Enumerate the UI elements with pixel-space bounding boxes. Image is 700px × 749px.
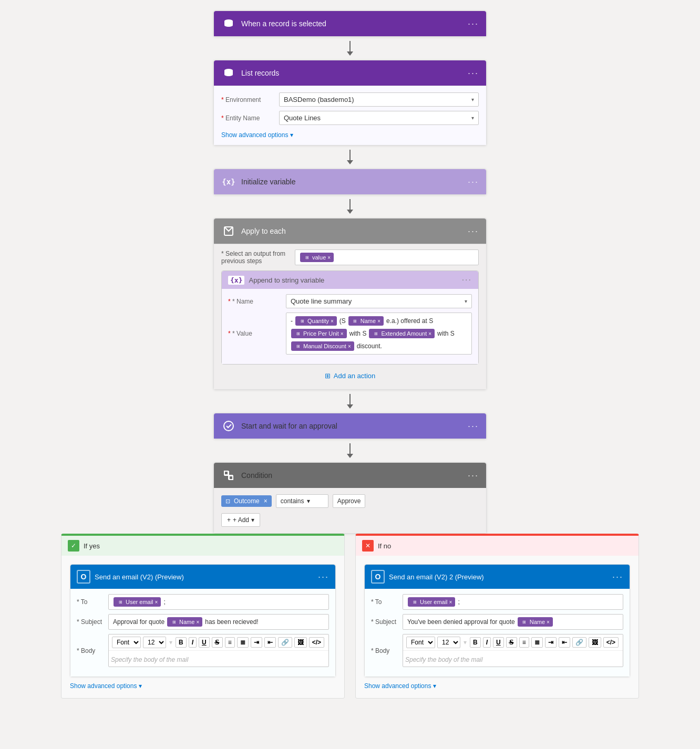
yes-toolbar: Font 12 ▾ B I U S̶	[109, 634, 328, 651]
name-tag: ⊞ Name ×	[348, 316, 384, 326]
yes-font-select[interactable]: Font	[112, 637, 141, 648]
yes-to-label: * To	[77, 598, 108, 606]
if-no-panel: ✕ If no O Send an email (V2) 2 (Preview)…	[355, 534, 639, 699]
list-records-header: List records ···	[214, 60, 486, 86]
operator-dropdown[interactable]: contains ▾	[276, 494, 328, 508]
trigger-icon	[221, 16, 236, 31]
no-img-btn[interactable]: 🖼	[589, 637, 601, 648]
svg-rect-5	[229, 476, 233, 480]
yes-body-placeholder[interactable]: Specify the body of the mail	[109, 653, 328, 667]
no-strikethrough-btn[interactable]: S̶	[506, 637, 517, 648]
svg-rect-4	[224, 471, 228, 475]
yes-to-value[interactable]: ⊞ User email × ;	[108, 594, 329, 610]
yes-email-dots[interactable]: ···	[318, 571, 329, 582]
select-output-label: * Select an output from previous steps	[221, 250, 295, 265]
no-ul-btn[interactable]: ≡	[519, 637, 529, 648]
outcome-tag-remove[interactable]: ×	[264, 497, 267, 505]
no-size-select[interactable]: 12	[437, 637, 460, 648]
init-var-dots[interactable]: ···	[468, 176, 479, 188]
condition-value[interactable]: Approve	[333, 494, 366, 508]
condition-title: Condition	[241, 471, 468, 480]
no-link-btn[interactable]: 🔗	[572, 637, 586, 648]
list-records-dots[interactable]: ···	[468, 68, 479, 79]
name-dropdown[interactable]: Quote line summary ▾	[286, 294, 472, 308]
nested-dots[interactable]: ···	[462, 275, 472, 285]
environment-value[interactable]: BASDemo (basdemo1) ▾	[279, 92, 479, 107]
no-email-title: Send an email (V2) 2 (Preview)	[389, 573, 612, 581]
trigger-header: When a record is selected ···	[214, 11, 486, 36]
trigger-dots[interactable]: ···	[468, 18, 479, 29]
no-bold-btn[interactable]: B	[470, 637, 481, 648]
yes-show-advanced[interactable]: Show advanced options ▾	[70, 682, 142, 690]
yes-code-btn[interactable]: </>	[309, 637, 324, 648]
no-outlook-icon: O	[371, 570, 385, 584]
yes-bold-btn[interactable]: B	[176, 637, 187, 648]
yes-indent-btn[interactable]: ⇥	[251, 637, 262, 648]
no-font-select[interactable]: Font	[406, 637, 435, 648]
if-yes-header: ✓ If yes	[61, 536, 344, 556]
no-indent-btn[interactable]: ⇥	[545, 637, 557, 648]
yes-user-email-tag: ⊞ User email ×	[114, 597, 161, 607]
add-action-btn[interactable]: ⊞ Add an action	[221, 365, 479, 384]
yes-email-title: Send an email (V2) (Preview)	[95, 573, 318, 581]
yes-underline-btn[interactable]: U	[199, 637, 210, 648]
approval-card: Start and wait for an approval ···	[213, 413, 487, 439]
name-dropdown-icon: ▾	[465, 298, 467, 304]
yes-email-body: * To ⊞ User email × ; * Su	[70, 589, 335, 677]
no-icon: ✕	[362, 540, 374, 552]
condition-dots[interactable]: ···	[468, 470, 479, 481]
value-tag-input[interactable]: ⊞ value ×	[295, 249, 479, 265]
yes-body-label: * Body	[77, 647, 108, 654]
yes-strikethrough-btn[interactable]: S̶	[212, 637, 223, 648]
yes-chevron-icon: ▾	[139, 682, 142, 690]
nested-card-header: {x} Append to string variable ···	[222, 271, 478, 289]
add-action-icon: ⊞	[325, 372, 331, 380]
no-to-row: * To ⊞ User email × ;	[371, 594, 623, 610]
yes-italic-btn[interactable]: I	[189, 637, 197, 648]
no-outdent-btn[interactable]: ⇤	[559, 637, 570, 648]
no-to-value[interactable]: ⊞ User email × ;	[403, 594, 623, 610]
yes-email-card: O Send an email (V2) (Preview) ··· * To …	[70, 564, 336, 677]
apply-each-dots[interactable]: ···	[468, 226, 479, 237]
bottom-panels: ✓ If yes O Send an email (V2) (Preview) …	[61, 534, 639, 699]
no-body-placeholder[interactable]: Specify the body of the mail	[403, 653, 623, 667]
list-records-card: List records ··· Environment BASDemo (ba…	[213, 60, 487, 145]
no-subject-label: * Subject	[371, 618, 403, 626]
yes-ol-btn[interactable]: ≣	[237, 637, 249, 648]
list-records-icon	[221, 66, 236, 80]
extended-tag: ⊞ Extended Amount ×	[369, 329, 435, 338]
value-tag-remove[interactable]: ×	[327, 255, 331, 261]
condition-header: Condition ···	[214, 463, 486, 488]
no-ol-btn[interactable]: ≣	[531, 637, 543, 648]
add-condition-btn[interactable]: + + Add ▾	[221, 513, 260, 527]
list-records-body: Environment BASDemo (basdemo1) ▾ Entity …	[214, 86, 486, 145]
yes-outdent-btn[interactable]: ⇤	[264, 637, 276, 648]
yes-ul-btn[interactable]: ≡	[225, 637, 235, 648]
show-advanced-1[interactable]: Show advanced options ▾	[221, 131, 293, 139]
no-show-advanced[interactable]: Show advanced options ▾	[364, 682, 436, 690]
no-subject-value[interactable]: You've been denied approval for quote ⊞ …	[403, 614, 623, 630]
if-no-body: O Send an email (V2) 2 (Preview) ··· * T…	[356, 556, 639, 698]
yes-subject-value[interactable]: Approval for quote ⊞ Name × has been rec…	[108, 614, 329, 630]
approval-dots[interactable]: ···	[468, 421, 479, 432]
entity-value[interactable]: Quote Lines ▾	[279, 111, 479, 125]
price-tag: ⊞ Price Per Unit ×	[291, 329, 347, 338]
init-var-card: {x} Initialize variable ···	[213, 169, 487, 195]
no-name-tag: ⊞ Name ×	[518, 617, 553, 627]
no-code-btn[interactable]: </>	[603, 637, 619, 648]
approval-title: Start and wait for an approval	[241, 422, 468, 430]
arrow-2	[347, 145, 353, 169]
no-italic-btn[interactable]: I	[483, 637, 491, 648]
yes-link-btn[interactable]: 🔗	[278, 637, 292, 648]
condition-icon	[221, 468, 236, 483]
yes-size-select[interactable]: 12	[143, 637, 166, 648]
no-email-dots[interactable]: ···	[612, 571, 623, 582]
apply-each-body: * Select an output from previous steps ⊞…	[214, 244, 486, 389]
no-underline-btn[interactable]: U	[493, 637, 504, 648]
value-area[interactable]: - ⊞ Quantity × (S ⊞ Name	[286, 313, 472, 355]
yes-subject-row: * Subject Approval for quote ⊞ Name × ha…	[77, 614, 329, 630]
arrow-1	[347, 37, 353, 60]
yes-img-btn[interactable]: 🖼	[294, 637, 307, 648]
svg-point-3	[224, 421, 233, 431]
no-user-email-tag: ⊞ User email ×	[408, 597, 455, 607]
